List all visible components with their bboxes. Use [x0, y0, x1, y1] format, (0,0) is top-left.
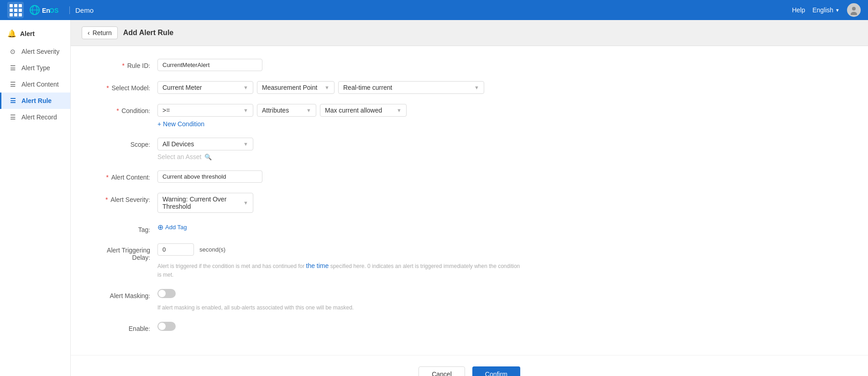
asset-search-field[interactable]: Select an Asset 🔍	[157, 153, 850, 160]
enable-controls	[157, 322, 850, 331]
cancel-button[interactable]: Cancel	[418, 366, 465, 376]
severity-value: Warning: Current Over Threshold	[162, 196, 240, 210]
sidebar-item-alert-severity[interactable]: ⊙ Alert Severity	[0, 43, 70, 60]
rule-id-label: * Rule ID:	[89, 59, 157, 69]
alert-masking-toggle[interactable]	[157, 289, 176, 298]
sidebar-item-alert-record[interactable]: ☰ Alert Record	[0, 109, 70, 125]
scope-dropdown[interactable]: All Devices ▼	[157, 138, 253, 150]
app-grid-button[interactable]	[7, 2, 24, 18]
condition-required-star: *	[116, 107, 119, 114]
sidebar-label-alert-type: Alert Type	[21, 64, 50, 72]
max-current-value: Max current allowed	[325, 107, 382, 114]
page-title: Add Alert Rule	[123, 29, 174, 37]
enable-label: Enable:	[89, 322, 157, 332]
realtime-value: Real-time current	[343, 84, 392, 91]
max-current-chevron-icon: ▼	[397, 108, 402, 113]
severity-chevron-icon: ▼	[243, 200, 248, 206]
nav-right: Help English ▼	[792, 3, 861, 17]
add-tag-button[interactable]: ⊕ Add Tag	[157, 223, 187, 232]
user-avatar[interactable]	[847, 3, 861, 17]
scope-row: Scope: All Devices ▼ Select an Asset 🔍	[89, 138, 850, 160]
enable-knob	[158, 323, 166, 330]
enable-toggle[interactable]	[157, 322, 176, 331]
attributes-value: Attributes	[262, 107, 289, 114]
main-content: ‹ Return Add Alert Rule * Rule ID: *	[71, 20, 868, 376]
alert-masking-label: Alert Masking:	[89, 289, 157, 299]
alert-type-icon: ☰	[9, 64, 17, 72]
masking-hint-text: If alert masking is enabled, all sub-ale…	[157, 304, 354, 312]
return-arrow-icon: ‹	[88, 29, 90, 36]
tag-controls: ⊕ Add Tag	[157, 223, 850, 232]
help-link[interactable]: Help	[792, 6, 805, 14]
max-current-dropdown[interactable]: Max current allowed ▼	[320, 104, 407, 117]
alert-header-icon: 🔔	[7, 29, 16, 38]
point-value: Measurement Point	[262, 84, 317, 91]
delay-hint-text: Alert is triggered if the condition is m…	[157, 261, 523, 279]
delay-input[interactable]	[157, 243, 194, 256]
grid-dots-icon	[10, 4, 22, 16]
form-area: * Rule ID: * Select Model: Current Meter…	[71, 46, 868, 355]
rule-id-row: * Rule ID:	[89, 59, 850, 71]
confirm-button[interactable]: Confirm	[472, 366, 520, 376]
top-navigation: En OS Demo Help English ▼	[0, 0, 868, 20]
triggering-delay-row: Alert Triggering Delay: second(s) Alert …	[89, 243, 850, 279]
add-tag-label: Add Tag	[165, 224, 187, 231]
language-selector[interactable]: English ▼	[812, 6, 840, 14]
sidebar-title: Alert	[20, 30, 35, 37]
sidebar-label-alert-rule: Alert Rule	[21, 97, 52, 104]
model-chevron-icon: ▼	[243, 85, 248, 90]
app-layout: 🔔 Alert ⊙ Alert Severity ☰ Alert Type ☰ …	[0, 20, 868, 376]
alert-masking-knob	[158, 290, 166, 297]
alert-content-controls	[157, 170, 850, 183]
select-model-label: * Select Model:	[89, 81, 157, 92]
avatar-icon	[849, 5, 859, 15]
model-value: Current Meter	[162, 84, 202, 91]
scope-value: All Devices	[162, 140, 194, 148]
tag-row: Tag: ⊕ Add Tag	[89, 223, 850, 233]
tag-label: Tag:	[89, 223, 157, 233]
sidebar-item-alert-rule[interactable]: ☰ Alert Rule	[0, 93, 70, 109]
return-button[interactable]: ‹ Return	[82, 26, 118, 39]
new-condition-button[interactable]: + New Condition	[157, 120, 407, 128]
sidebar-item-alert-type[interactable]: ☰ Alert Type	[0, 60, 70, 76]
model-dropdown[interactable]: Current Meter ▼	[157, 81, 253, 94]
sidebar-label-alert-content: Alert Content	[21, 81, 59, 88]
enable-row: Enable:	[89, 322, 850, 332]
page-header: ‹ Return Add Alert Rule	[71, 20, 868, 46]
alert-severity-icon: ⊙	[9, 48, 17, 55]
asset-search-icon: 🔍	[204, 154, 212, 160]
alert-severity-controls: Warning: Current Over Threshold ▼	[157, 193, 850, 213]
operator-chevron-icon: ▼	[243, 108, 248, 113]
logo: En OS Demo	[29, 4, 94, 16]
realtime-dropdown[interactable]: Real-time current ▼	[338, 81, 484, 94]
sidebar-item-alert-content[interactable]: ☰ Alert Content	[0, 76, 70, 93]
attributes-dropdown[interactable]: Attributes ▼	[257, 104, 316, 117]
alert-severity-label: * Alert Severity:	[89, 193, 157, 203]
sidebar-header: 🔔 Alert	[0, 24, 70, 43]
add-tag-plus-icon: ⊕	[157, 223, 163, 232]
realtime-chevron-icon: ▼	[474, 85, 479, 90]
alert-content-label: * Alert Content:	[89, 170, 157, 181]
alert-masking-row: Alert Masking: If alert masking is enabl…	[89, 289, 850, 312]
language-label: English	[812, 6, 833, 14]
alert-content-input[interactable]	[157, 170, 262, 183]
lang-arrow: ▼	[835, 8, 840, 13]
alert-severity-required-star: *	[105, 196, 108, 203]
sidebar-label-alert-record: Alert Record	[21, 113, 57, 121]
bottom-buttons: Cancel Confirm	[71, 355, 868, 376]
return-label: Return	[93, 29, 112, 36]
select-model-controls: Current Meter ▼ Measurement Point ▼ Real…	[157, 81, 850, 94]
scope-label: Scope:	[89, 138, 157, 148]
asset-placeholder: Select an Asset	[157, 153, 202, 160]
select-model-required-star: *	[106, 84, 109, 92]
operator-dropdown[interactable]: >= ▼	[157, 104, 253, 117]
svg-text:OS: OS	[49, 7, 58, 14]
delay-hint-highlight: the time	[306, 262, 329, 269]
point-dropdown[interactable]: Measurement Point ▼	[257, 81, 335, 94]
attributes-chevron-icon: ▼	[306, 108, 311, 113]
alert-content-required-star: *	[106, 174, 109, 181]
app-name: Demo	[69, 6, 94, 14]
rule-id-input[interactable]	[157, 59, 262, 71]
severity-dropdown[interactable]: Warning: Current Over Threshold ▼	[157, 193, 253, 213]
alert-content-row: * Alert Content:	[89, 170, 850, 183]
